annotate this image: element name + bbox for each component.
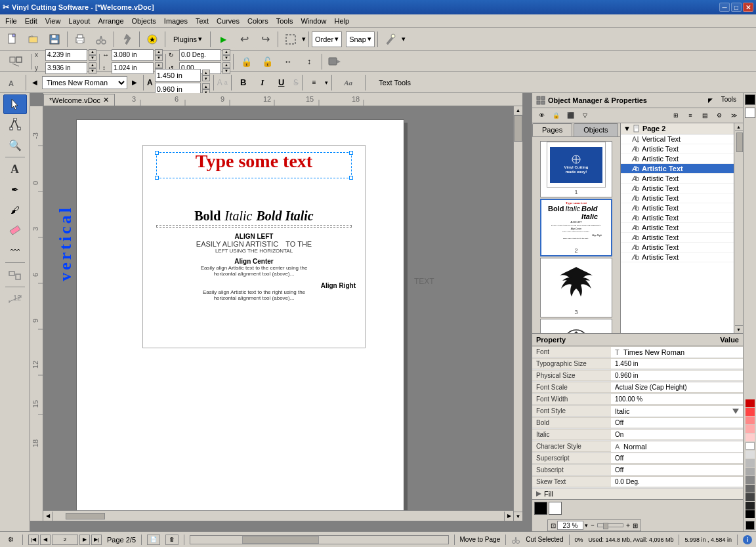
- vscroll-down[interactable]: ▼: [514, 512, 522, 521]
- swatch-pale-pink[interactable]: [746, 434, 755, 441]
- zoom-tool[interactable]: 🔍: [3, 135, 27, 155]
- zoom-minus-btn[interactable]: －: [589, 521, 596, 530]
- angle-input[interactable]: [179, 49, 221, 61]
- first-page-btn[interactable]: |◀: [28, 535, 39, 545]
- zoom-plus-btn[interactable]: ＋: [625, 521, 631, 530]
- undo-button[interactable]: ↩: [234, 30, 254, 49]
- detail-view-btn[interactable]: ▤: [698, 110, 711, 121]
- flip-h-button[interactable]: ↔: [278, 52, 298, 71]
- flip-v-button[interactable]: ↕: [299, 52, 319, 71]
- text-fx-button[interactable]: Aa: [335, 75, 362, 90]
- obj-artistic-8[interactable]: Ab Artistic Text: [621, 213, 734, 223]
- close-button[interactable]: ✕: [743, 3, 753, 12]
- text-tool[interactable]: A: [3, 159, 27, 179]
- hscroll-bar[interactable]: [190, 535, 448, 544]
- handle-bl[interactable]: [155, 176, 159, 180]
- menu-tools[interactable]: Tools: [272, 16, 297, 26]
- handle-tr[interactable]: [349, 151, 353, 155]
- warp-tool[interactable]: 〰: [3, 241, 27, 260]
- hscroll-thumb-status[interactable]: [242, 536, 320, 544]
- knife-tool[interactable]: [117, 30, 136, 49]
- info-button[interactable]: i: [743, 535, 752, 544]
- last-page-btn[interactable]: ▶|: [91, 535, 102, 545]
- measure-tool[interactable]: 12: [3, 289, 27, 309]
- zoom-input[interactable]: [557, 521, 583, 530]
- obj-funnel-btn[interactable]: ▽: [578, 110, 591, 121]
- bold-button[interactable]: B: [235, 75, 252, 90]
- x-down[interactable]: ▼: [89, 55, 96, 61]
- obj-scroll-down[interactable]: ▼: [735, 325, 743, 333]
- open-button[interactable]: [24, 30, 43, 49]
- menu-file[interactable]: File: [1, 16, 21, 26]
- obj-artistic-1[interactable]: Ab Artistic Text: [621, 144, 734, 154]
- swatch-black2[interactable]: [746, 510, 755, 518]
- zoom-handle[interactable]: [603, 523, 608, 529]
- maximize-button[interactable]: □: [731, 3, 742, 12]
- canvas-vscroll[interactable]: ▲ ▼: [513, 106, 522, 521]
- swatch-light-red[interactable]: [746, 408, 755, 416]
- obj-artistic-6[interactable]: Ab Artistic Text: [621, 193, 734, 203]
- obj-artistic-11[interactable]: Ab Artistic Text: [621, 243, 734, 253]
- obj-more-btn[interactable]: ≫: [727, 110, 740, 121]
- obj-artistic-3-selected[interactable]: Ab Artistic Text: [621, 164, 734, 174]
- underline-button[interactable]: U: [273, 75, 290, 90]
- handle-br[interactable]: [349, 176, 353, 180]
- group-tool[interactable]: [3, 265, 27, 285]
- hscroll-thumb[interactable]: [66, 513, 105, 519]
- menu-images[interactable]: Images: [160, 16, 192, 26]
- swatch-dark-grey[interactable]: [746, 476, 755, 484]
- angle2-down[interactable]: ▼: [222, 68, 230, 74]
- w-up[interactable]: ▲: [155, 49, 163, 55]
- x-input[interactable]: [45, 49, 87, 61]
- obj-manager-float[interactable]: ◤: [704, 94, 717, 106]
- page-thumb-1[interactable]: Vinyl Cuttingmade easy! 1: [540, 141, 612, 197]
- color-swatch-black[interactable]: [745, 94, 755, 105]
- zoom-slider[interactable]: [597, 523, 623, 527]
- page-thumb-2[interactable]: Type some text BoldItalicBold Italic ALI…: [540, 199, 612, 256]
- zoom-full-btn[interactable]: ⊞: [633, 522, 638, 529]
- y-down[interactable]: ▼: [89, 68, 96, 74]
- angle-down[interactable]: ▼: [222, 55, 230, 61]
- wand-tool[interactable]: ★: [142, 30, 162, 49]
- page-thumb-4[interactable]: [540, 319, 612, 333]
- obj-artistic-9[interactable]: Ab Artistic Text: [621, 223, 734, 233]
- minimize-button[interactable]: ─: [719, 3, 730, 12]
- typo-up[interactable]: ▲: [202, 70, 210, 75]
- vertical-text[interactable]: vertical: [57, 205, 74, 281]
- swatch-white2[interactable]: [746, 442, 755, 450]
- obj-vscroll[interactable]: ▲ ▼: [734, 123, 743, 333]
- obj-scroll-thumb[interactable]: [736, 132, 743, 152]
- typo-down[interactable]: ▼: [202, 75, 210, 81]
- typo-size-input[interactable]: [155, 69, 201, 82]
- eraser-tool[interactable]: [3, 220, 27, 240]
- menu-layout[interactable]: Layout: [64, 16, 94, 26]
- obj-artistic-2[interactable]: Ab Artistic Text: [621, 154, 734, 164]
- swatch-very-dark[interactable]: [746, 493, 755, 501]
- obj-artistic-12[interactable]: Ab Artistic Text: [621, 253, 734, 262]
- w-input[interactable]: [112, 49, 154, 61]
- redo-button[interactable]: ↪: [255, 30, 275, 49]
- play-button[interactable]: ▶: [213, 30, 233, 49]
- select-tool[interactable]: [3, 94, 27, 114]
- node-edit-tool[interactable]: [3, 115, 27, 134]
- x-up[interactable]: ▲: [89, 49, 96, 55]
- text-cursor-tool[interactable]: A: [3, 73, 22, 92]
- paintbrush-tool[interactable]: 🖌: [3, 200, 27, 220]
- hscroll-left[interactable]: ◀: [43, 512, 52, 521]
- swatch-darker-grey[interactable]: [746, 485, 755, 493]
- doc-tab-close[interactable]: ✕: [103, 96, 109, 104]
- menu-curves[interactable]: Curves: [213, 16, 243, 26]
- swatch-pink[interactable]: [746, 416, 755, 424]
- menu-text[interactable]: Text: [192, 16, 213, 26]
- w-down[interactable]: ▼: [155, 55, 163, 61]
- next-page-btn[interactable]: ▶: [79, 535, 90, 545]
- swatch-near-black[interactable]: [746, 502, 755, 510]
- new-button[interactable]: [3, 30, 22, 49]
- page-input[interactable]: 2: [52, 535, 78, 545]
- font-style-dropdown[interactable]: Italic: [611, 406, 743, 416]
- italic-button[interactable]: I: [254, 75, 271, 90]
- menu-view[interactable]: View: [41, 16, 65, 26]
- plugins-button[interactable]: Plugins ▾: [168, 30, 207, 49]
- angle2-up[interactable]: ▲: [222, 62, 230, 68]
- print-button[interactable]: [70, 30, 90, 49]
